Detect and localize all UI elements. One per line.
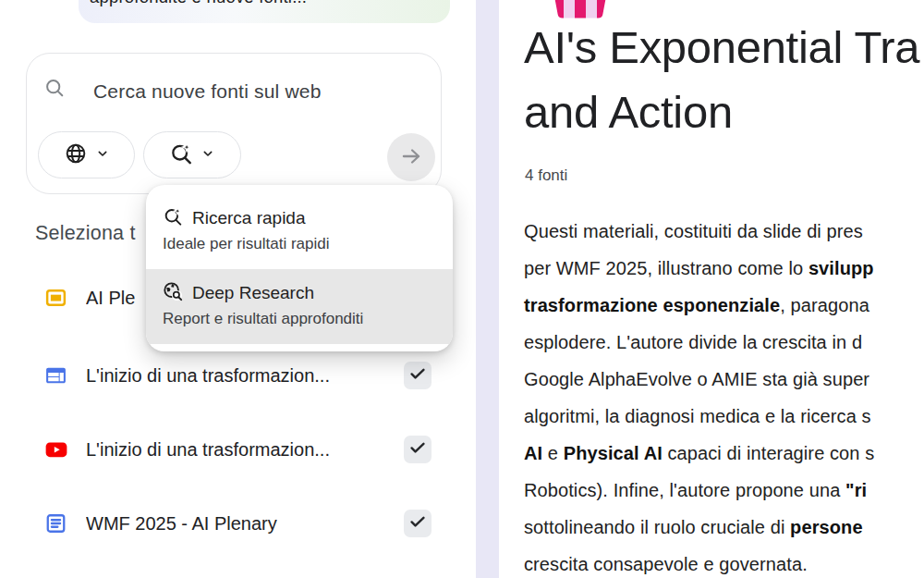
summary-line: crescita consapevole e governata. <box>524 546 874 578</box>
select-all-sources-label[interactable]: Seleziona t <box>35 222 136 245</box>
source-checkbox[interactable] <box>404 436 432 463</box>
promo-banner-text: approfondite e nuove fonti... <box>90 0 307 7</box>
summary-line: sottolineando il ruolo cruciale di perso… <box>524 509 874 546</box>
source-row[interactable]: L'inizio di una trasformazion... <box>26 429 453 470</box>
document-title-line: and Action <box>524 80 919 144</box>
source-checkbox[interactable] <box>404 362 432 389</box>
search-mode-filter-button[interactable] <box>143 131 241 178</box>
source-label: AI Ple <box>86 288 135 309</box>
web-icon <box>44 364 67 387</box>
doc-icon <box>44 512 67 535</box>
source-row[interactable]: L'inizio di una trasformazion... <box>26 355 453 396</box>
check-icon <box>407 363 428 387</box>
youtube-icon <box>44 437 68 461</box>
chevron-down-icon <box>95 146 110 165</box>
menu-item-subtitle: Ideale per risultati rapidi <box>163 234 436 253</box>
menu-item-title: Ricerca rapida <box>192 207 306 229</box>
menu-item-deep-research[interactable]: Deep Research Report e risultati approfo… <box>146 269 453 344</box>
source-label: L'inizio di una trasformazion... <box>86 439 330 461</box>
document-panel: AI's Exponential Tra and Action 4 fonti … <box>499 0 924 578</box>
source-row[interactable]: WMF 2025 - AI Plenary <box>26 503 453 544</box>
web-search-card <box>26 53 442 194</box>
search-input[interactable] <box>91 76 409 107</box>
summary-line: AI e Physical AI capaci di interagire co… <box>524 435 874 472</box>
globe-search-icon <box>163 281 183 305</box>
chevron-down-icon <box>201 146 215 165</box>
document-summary: Questi materiali, costituiti da slide di… <box>524 213 874 578</box>
check-icon <box>407 511 428 535</box>
check-icon <box>407 437 428 461</box>
submit-search-button[interactable] <box>387 133 435 181</box>
document-title-line: AI's Exponential Tra <box>524 15 919 80</box>
search-mode-menu: Ricerca rapida Ideale per risultati rapi… <box>146 185 453 351</box>
promo-banner: approfondite e nuove fonti... <box>79 0 450 23</box>
sparkle-search-icon <box>169 141 193 169</box>
panel-divider <box>476 0 499 578</box>
source-type-filter-button[interactable] <box>38 131 135 178</box>
sources-count: 4 fonti <box>525 166 567 185</box>
menu-item-quick-search[interactable]: Ricerca rapida Ideale per risultati rapi… <box>146 194 453 269</box>
summary-line: per WMF 2025, illustrano come lo svilupp <box>524 250 874 287</box>
sparkle-search-icon <box>163 206 183 230</box>
globe-icon <box>64 141 88 169</box>
arrow-right-icon <box>399 144 423 171</box>
summary-line: algoritmi, la diagnosi medica e la ricer… <box>524 398 874 435</box>
menu-item-subtitle: Report e risultati approfonditi <box>163 309 436 328</box>
summary-line: esplodere. L'autore divide la crescita i… <box>524 324 874 361</box>
summary-line: trasformazione esponenziale, paragona <box>524 287 874 324</box>
source-label: L'inizio di una trasformazion... <box>86 365 330 387</box>
summary-line: Questi materiali, costituiti da slide di… <box>524 213 874 250</box>
source-label: WMF 2025 - AI Plenary <box>86 513 277 535</box>
menu-item-title: Deep Research <box>192 282 314 304</box>
slides-icon <box>44 287 67 310</box>
summary-line: Robotics). Infine, l'autore propone una … <box>524 472 874 509</box>
document-title: AI's Exponential Tra and Action <box>524 15 919 144</box>
source-checkbox[interactable] <box>404 510 432 537</box>
summary-line: Google AlphaEvolve o AMIE sta già super <box>524 361 874 398</box>
search-icon <box>43 77 66 103</box>
